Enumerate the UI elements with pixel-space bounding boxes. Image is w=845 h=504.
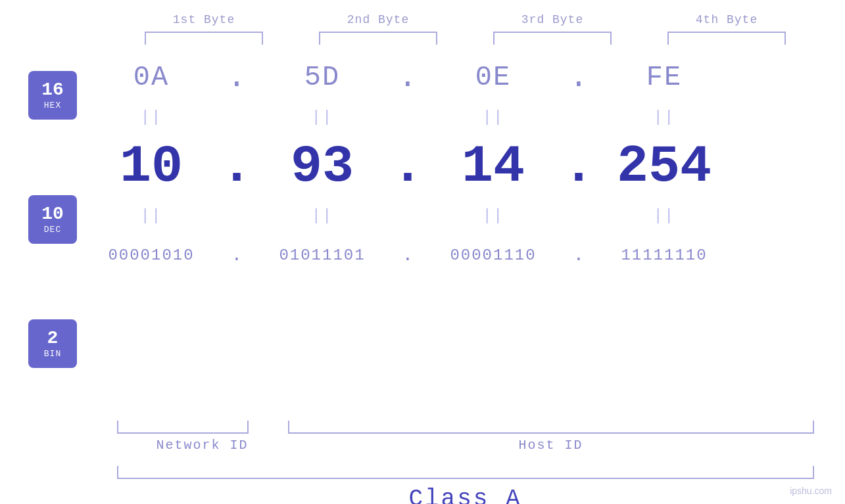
eq2-3: || bbox=[427, 207, 559, 225]
hex-val-2: 5D bbox=[256, 62, 388, 93]
content-wrapper: 16 HEX 10 DEC 2 BIN 0A . 5D . 0E bbox=[0, 51, 845, 421]
byte-label-3: 3rd Byte bbox=[487, 13, 618, 26]
host-id-label: Host ID bbox=[288, 438, 814, 453]
eq2-4: || bbox=[598, 207, 730, 225]
class-label: Class A bbox=[117, 486, 814, 504]
dec-val-2: 93 bbox=[256, 137, 388, 196]
bracket-class bbox=[117, 466, 814, 479]
bin-val-3: 00001110 bbox=[427, 246, 559, 264]
bin-val-1: 00001010 bbox=[85, 246, 217, 264]
hex-val-4: FE bbox=[598, 62, 730, 93]
eq-4: || bbox=[598, 108, 730, 126]
eq-2: || bbox=[256, 108, 388, 126]
bin-badge-number: 2 bbox=[47, 329, 59, 349]
hex-badge-label: HEX bbox=[44, 101, 61, 110]
dot-dec-1: . bbox=[217, 137, 256, 196]
bracket-top-2 bbox=[319, 32, 437, 45]
dot-2: . bbox=[388, 60, 427, 95]
bracket-top-3 bbox=[493, 32, 612, 45]
dot-3: . bbox=[559, 60, 598, 95]
brackets-top bbox=[117, 32, 814, 45]
bracket-top-4 bbox=[667, 32, 786, 45]
hex-val-1: 0A bbox=[85, 62, 217, 93]
dot-bin-3: . bbox=[559, 245, 598, 265]
dot-dec-3: . bbox=[559, 137, 598, 196]
hex-val-3: 0E bbox=[427, 62, 559, 93]
bin-badge: 2 BIN bbox=[28, 319, 77, 368]
dot-1: . bbox=[217, 60, 256, 95]
bin-row: 00001010 . 01011101 . 00001110 . 1111111… bbox=[85, 229, 845, 281]
id-labels: Network ID Host ID bbox=[117, 438, 814, 453]
dec-val-4: 254 bbox=[598, 137, 730, 196]
gap-1 bbox=[249, 421, 288, 434]
bin-badge-label: BIN bbox=[44, 349, 61, 359]
equals-row-1: || || || || bbox=[85, 104, 845, 130]
bracket-top-1 bbox=[145, 32, 263, 45]
watermark: ipshu.com bbox=[790, 486, 832, 496]
dot-dec-2: . bbox=[388, 137, 427, 196]
eq-1: || bbox=[85, 108, 217, 126]
eq2-1: || bbox=[85, 207, 217, 225]
dec-row: 10 . 93 . 14 . 254 bbox=[85, 130, 845, 202]
hex-badge-number: 16 bbox=[41, 80, 64, 101]
bottom-section: Network ID Host ID Class A bbox=[117, 421, 814, 504]
byte-label-1: 1st Byte bbox=[138, 13, 270, 26]
main-container: 1st Byte 2nd Byte 3rd Byte 4th Byte 16 H… bbox=[0, 0, 845, 504]
eq-3: || bbox=[427, 108, 559, 126]
byte-label-2: 2nd Byte bbox=[312, 13, 444, 26]
bin-val-4: 11111110 bbox=[598, 246, 730, 264]
values-column: 0A . 5D . 0E . FE || || || || 10 bbox=[85, 51, 845, 421]
dot-bin-2: . bbox=[388, 245, 427, 265]
dec-badge-number: 10 bbox=[41, 204, 64, 225]
bin-val-2: 01011101 bbox=[256, 246, 388, 264]
equals-row-2: || || || || bbox=[85, 202, 845, 229]
eq2-2: || bbox=[256, 207, 388, 225]
badges-column: 16 HEX 10 DEC 2 BIN bbox=[0, 51, 85, 421]
bracket-network bbox=[117, 421, 249, 434]
byte-headers: 1st Byte 2nd Byte 3rd Byte 4th Byte bbox=[117, 13, 814, 26]
bracket-host bbox=[288, 421, 814, 434]
hex-row: 0A . 5D . 0E . FE bbox=[85, 51, 845, 104]
dot-bin-1: . bbox=[217, 245, 256, 265]
byte-label-4: 4th Byte bbox=[661, 13, 792, 26]
bottom-brackets bbox=[117, 421, 814, 434]
network-id-label: Network ID bbox=[117, 438, 288, 453]
dec-badge-label: DEC bbox=[44, 225, 61, 235]
hex-badge: 16 HEX bbox=[28, 71, 77, 120]
dec-val-1: 10 bbox=[85, 137, 217, 196]
dec-val-3: 14 bbox=[427, 137, 559, 196]
dec-badge: 10 DEC bbox=[28, 195, 77, 244]
